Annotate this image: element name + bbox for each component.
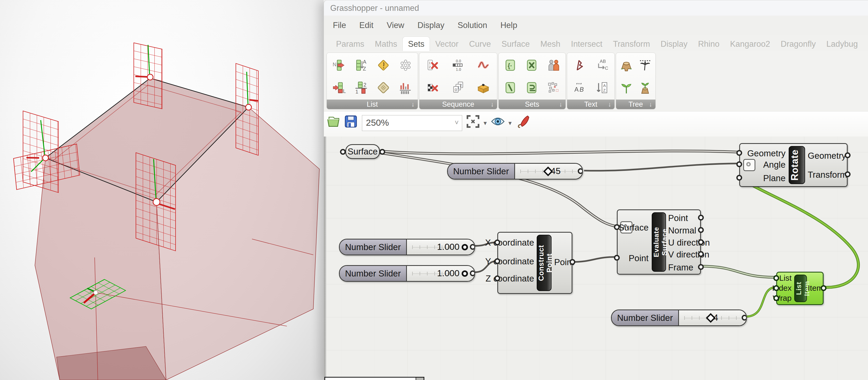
panel-grip[interactable]	[415, 378, 424, 380]
sketch-pen-icon[interactable]	[515, 114, 530, 129]
canvas[interactable]: Surface Number Slider 45 Number Slider	[324, 137, 868, 380]
input-nub-z[interactable]	[494, 275, 500, 281]
input-nub-angle[interactable]	[736, 161, 742, 167]
input-nub-index[interactable]	[773, 285, 779, 291]
wire-slider-to-list-index[interactable]	[746, 287, 775, 317]
group-label-sets[interactable]: Sets↓	[499, 100, 565, 109]
component-list-item[interactable]: List Item List Index Wrap Item	[776, 272, 824, 305]
output-nub-transform[interactable]	[845, 171, 850, 177]
tab-ladybug[interactable]: Ladybug	[821, 37, 863, 51]
group-label-list[interactable]: List↓	[327, 100, 418, 109]
tab-sets[interactable]: Sets	[402, 36, 430, 51]
output-nub[interactable]	[578, 168, 583, 174]
chevron-down-icon[interactable]: ▾	[484, 119, 487, 127]
degrees-icon[interactable]	[743, 159, 755, 171]
sift-pattern-icon[interactable]	[376, 81, 390, 95]
output-nub[interactable]	[470, 244, 475, 250]
list-length-icon[interactable]: L	[332, 81, 346, 95]
tab-transform[interactable]: Transform	[608, 37, 655, 51]
sort-text-icon[interactable]: AZ	[595, 81, 609, 95]
title-bar[interactable]: Grasshopper - unnamed	[324, 0, 868, 15]
input-nub-list[interactable]	[773, 275, 779, 281]
input-nub-wrap[interactable]	[773, 295, 779, 301]
tab-mesh[interactable]: Mesh	[535, 37, 566, 51]
tab-display[interactable]: Display	[655, 37, 693, 51]
group-expand-arrow[interactable]: ↓	[411, 100, 414, 109]
cull-pattern-icon[interactable]	[426, 81, 440, 95]
group-expand-arrow[interactable]: ↓	[559, 100, 562, 109]
chevron-down-icon[interactable]: ˅	[455, 118, 459, 127]
chevron-down-icon[interactable]: ▾	[508, 119, 512, 127]
tab-honeybee[interactable]: Hon	[863, 37, 868, 51]
preview-eye-icon[interactable]	[491, 114, 505, 129]
input-nub[interactable]	[340, 149, 346, 155]
set-members-icon[interactable]	[547, 58, 560, 72]
component-construct-point[interactable]: Construct Point X coordinate Y coordinat…	[497, 232, 572, 294]
component-name-capsule[interactable]: List Item	[794, 275, 807, 302]
slider-track[interactable]: 45	[515, 164, 582, 179]
characters-icon[interactable]: AB	[573, 81, 586, 95]
slider-handle[interactable]	[462, 244, 468, 250]
component-name-capsule[interactable]: Evaluate Surface	[652, 212, 666, 272]
sequence-icon[interactable]: 012	[451, 81, 465, 95]
open-file-icon[interactable]	[327, 114, 341, 129]
save-file-icon[interactable]	[343, 114, 358, 129]
output-nub-point[interactable]	[698, 215, 704, 220]
split-list-icon[interactable]: 21	[354, 81, 368, 95]
component-number-slider-y[interactable]: Number Slider 1.000	[339, 265, 475, 282]
component-surface-param[interactable]: Surface	[345, 144, 380, 159]
input-nub-geometry[interactable]	[736, 150, 742, 156]
group-expand-arrow[interactable]: ↓	[649, 100, 652, 109]
list-item-icon[interactable]: N	[332, 58, 346, 72]
component-number-slider-x[interactable]: Number Slider 1.000	[339, 239, 475, 255]
cross-reference-icon[interactable]	[399, 58, 412, 72]
component-name-capsule[interactable]: Rotate	[789, 146, 805, 184]
tab-kangaroo2[interactable]: Kangaroo2	[725, 37, 775, 51]
component-rotate[interactable]: Rotate Geometry Angle Plane Geometry Tra…	[739, 143, 848, 187]
tab-intersect[interactable]: Intersect	[566, 37, 608, 51]
random-icon[interactable]	[476, 58, 490, 72]
component-number-slider-angle[interactable]: Number Slider 45	[447, 163, 583, 180]
tab-maths[interactable]: Maths	[370, 37, 402, 51]
output-nub-v-direction[interactable]	[698, 251, 704, 257]
input-nub-point[interactable]	[614, 255, 620, 261]
tab-surface[interactable]: Surface	[496, 37, 535, 51]
wire-item-to-rotate-plane[interactable]	[738, 177, 859, 287]
zoom-extents-icon[interactable]	[466, 114, 480, 129]
menu-solution[interactable]: Solution	[458, 21, 487, 30]
set-remove-icon[interactable]	[504, 81, 518, 95]
subset-icon[interactable]	[525, 81, 539, 95]
bottom-panel-edge[interactable]	[324, 377, 424, 380]
output-nub[interactable]	[470, 270, 475, 276]
input-nub-y[interactable]	[494, 258, 500, 264]
input-nub-plane[interactable]	[736, 175, 742, 181]
tree-branch-icon[interactable]	[638, 81, 652, 95]
group-expand-arrow[interactable]: ↓	[491, 100, 494, 109]
group-expand-arrow[interactable]: ↓	[608, 100, 611, 109]
cull-index-icon[interactable]: 12	[426, 58, 440, 72]
component-evaluate-surface[interactable]: Evaluate Surface Surface Point Point Nor…	[617, 209, 701, 275]
wire-frame-to-list[interactable]	[701, 266, 775, 277]
text-fragment-icon[interactable]	[573, 58, 586, 72]
output-nub[interactable]	[379, 149, 385, 155]
range-icon[interactable]: 0.01.0	[451, 58, 465, 72]
component-number-slider-index[interactable]: Number Slider 4	[611, 310, 747, 326]
rhino-viewport[interactable]	[0, 0, 323, 380]
tab-params[interactable]: Params	[331, 37, 370, 51]
menu-help[interactable]: Help	[500, 21, 518, 30]
wire-slider-to-rotate-angle[interactable]	[584, 164, 738, 171]
set-difference-icon[interactable]	[525, 58, 539, 72]
tree-stump-icon[interactable]	[619, 58, 633, 72]
tab-dragonfly[interactable]: Dragonfly	[775, 37, 821, 51]
slider-handle[interactable]	[462, 270, 468, 277]
output-nub-normal[interactable]	[698, 227, 704, 233]
flatten-tree-icon[interactable]	[638, 58, 652, 72]
slider-track[interactable]: 1.000	[407, 240, 474, 254]
sort-list-icon[interactable]: AZ	[354, 58, 368, 72]
menu-view[interactable]: View	[386, 21, 404, 30]
partition-list-icon[interactable]	[399, 81, 412, 95]
disjoint-icon[interactable]: ×□	[547, 81, 560, 95]
output-nub-point[interactable]	[569, 259, 575, 265]
output-nub-u-direction[interactable]	[698, 239, 704, 245]
tab-curve[interactable]: Curve	[464, 37, 496, 51]
